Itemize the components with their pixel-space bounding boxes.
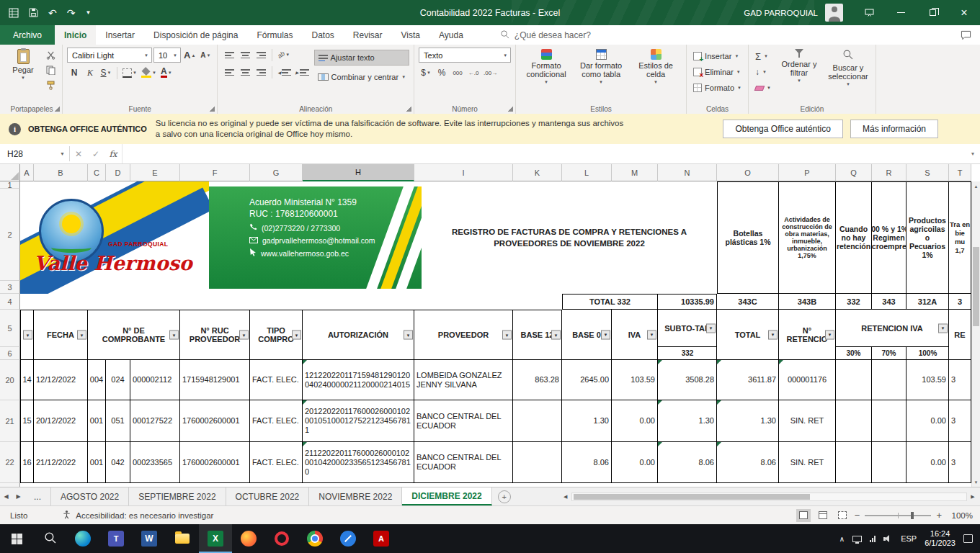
- cell-O21[interactable]: 1.30: [717, 400, 779, 442]
- qat-customize-icon[interactable]: ▼: [85, 9, 91, 16]
- zoom-in-icon[interactable]: +: [936, 510, 942, 521]
- cell-F21[interactable]: 1760002600001: [180, 400, 250, 442]
- column-header-N[interactable]: N: [658, 164, 717, 181]
- formula-input[interactable]: [122, 144, 966, 163]
- cell-K22[interactable]: [513, 442, 562, 483]
- filter-icon[interactable]: ▼: [601, 330, 610, 339]
- row-header-2[interactable]: 2: [0, 189, 20, 281]
- vertical-scrollbar[interactable]: ▲ ▼: [971, 181, 980, 487]
- filter-icon[interactable]: ▼: [551, 331, 561, 340]
- insert-cells-button[interactable]: Insertar▼: [691, 49, 744, 63]
- taskbar-app-teams[interactable]: T: [99, 524, 133, 553]
- avatar[interactable]: [825, 4, 843, 22]
- percent-style-icon[interactable]: %: [435, 66, 449, 80]
- cell-B21[interactable]: 20/12/2022: [34, 400, 88, 442]
- cell-I21[interactable]: BANCO CENTRAL DEL ECUADOR: [414, 400, 513, 442]
- font-name-select[interactable]: Calibri Light▼: [67, 48, 152, 63]
- column-header-O[interactable]: O: [717, 164, 779, 181]
- cell-S21[interactable]: 0.00: [906, 400, 949, 442]
- filter-icon[interactable]: ▼: [938, 323, 948, 333]
- tab-revisar[interactable]: Revisar: [344, 25, 392, 45]
- number-format-select[interactable]: Texto▼: [419, 48, 511, 63]
- table-header-n-ruc-proveedor[interactable]: N° RUC PROVEEDOR▼: [180, 310, 250, 360]
- sub-header-70[interactable]: 70%: [872, 347, 906, 359]
- cell-code-6[interactable]: 3: [949, 294, 971, 310]
- tab-datos[interactable]: Datos: [302, 25, 343, 45]
- taskbar-app-excel[interactable]: X: [199, 524, 232, 553]
- cell-N22[interactable]: 8.06: [658, 442, 717, 483]
- cell-E20[interactable]: 000002112: [130, 360, 180, 400]
- clear-button[interactable]: ▼: [753, 81, 773, 95]
- tax-header-5[interactable]: Productos agricoilas o Pecuarios 1%: [906, 181, 949, 294]
- column-header-B[interactable]: B: [34, 164, 88, 181]
- column-header-C[interactable]: C: [88, 164, 106, 181]
- font-color-icon[interactable]: A▼: [159, 66, 174, 80]
- copy-icon[interactable]: [43, 63, 58, 77]
- hscroll-thumb[interactable]: [574, 494, 810, 500]
- zoom-level[interactable]: 100%: [947, 511, 973, 520]
- name-box[interactable]: H28▼: [0, 144, 69, 163]
- row-header-4[interactable]: 4: [0, 294, 20, 310]
- tax-header-1[interactable]: Botellas plásticas 1%: [717, 181, 779, 294]
- cell-K20[interactable]: 863.28: [513, 360, 562, 400]
- clock[interactable]: 16:24 6/1/2023: [925, 529, 956, 548]
- cell-L21[interactable]: 1.30: [562, 400, 612, 442]
- sub-header-100[interactable]: 100%: [906, 347, 949, 359]
- tell-me-search[interactable]: ¿Qué desea hacer?: [500, 25, 591, 45]
- sheet-nav-right-icon[interactable]: ▶: [12, 487, 24, 505]
- cell-styles-button[interactable]: Estilos de celda▼: [630, 48, 682, 103]
- cell-P21[interactable]: SIN. RET: [779, 400, 836, 442]
- wrap-text-button[interactable]: Ajustar texto: [314, 50, 410, 66]
- undo-icon[interactable]: ↶: [48, 7, 57, 19]
- format-as-table-button[interactable]: Dar formato como tabla▼: [575, 48, 627, 103]
- cell-N20[interactable]: 3508.28: [658, 360, 717, 400]
- decrease-font-size-icon[interactable]: A▼: [198, 48, 213, 63]
- filter-icon[interactable]: ▼: [404, 331, 413, 340]
- volume-icon[interactable]: [883, 535, 893, 543]
- cell-E21[interactable]: 000127522: [130, 400, 180, 442]
- table-header-iva[interactable]: IVA▼: [612, 310, 658, 360]
- filter-icon[interactable]: ▼: [768, 330, 778, 339]
- cell-B20[interactable]: 12/12/2022: [34, 360, 88, 400]
- dialog-launcher-icon[interactable]: [406, 106, 411, 112]
- table-header-tipo-compro[interactable]: TIPO COMPRO▼: [250, 310, 303, 360]
- table-header-n-retencio[interactable]: N° RETENCIO▼: [779, 310, 836, 360]
- sub-header-332[interactable]: 332: [658, 347, 717, 359]
- cell-P22[interactable]: SIN. RET: [779, 442, 836, 483]
- cut-icon[interactable]: [43, 48, 58, 62]
- row-header-1[interactable]: 1: [0, 181, 20, 189]
- sheet-tab-overflow[interactable]: ...: [24, 487, 51, 505]
- cell-S22[interactable]: 0.00: [906, 442, 949, 483]
- column-header-H[interactable]: H: [303, 164, 414, 181]
- dialog-launcher-icon[interactable]: [54, 106, 60, 112]
- tray-expand-icon[interactable]: ∧: [839, 535, 845, 543]
- expand-formula-bar-icon[interactable]: ▼: [966, 144, 980, 163]
- start-button[interactable]: [0, 524, 33, 553]
- italic-button[interactable]: K: [83, 66, 97, 80]
- action-center-icon[interactable]: [963, 534, 973, 543]
- bold-button[interactable]: N: [67, 66, 81, 80]
- sheet-tab-octubre-2022[interactable]: OCTUBRE 2022: [226, 487, 310, 505]
- dialog-launcher-icon[interactable]: [507, 106, 513, 112]
- cell-M20[interactable]: 103.59: [612, 360, 658, 400]
- column-header-Q[interactable]: Q: [836, 164, 872, 181]
- scroll-down-icon[interactable]: ▼: [972, 477, 980, 487]
- table-header-a[interactable]: ▼: [20, 310, 34, 360]
- dialog-launcher-icon[interactable]: [209, 106, 215, 112]
- restore-button[interactable]: [917, 0, 948, 25]
- increase-font-size-icon[interactable]: A▲: [182, 48, 197, 63]
- increase-indent-icon[interactable]: ▶: [294, 65, 311, 79]
- get-office-button[interactable]: Obtenga Office auténtico: [723, 120, 843, 138]
- align-bottom-icon[interactable]: [254, 48, 268, 62]
- cell-D20[interactable]: 024: [106, 360, 130, 400]
- format-painter-icon[interactable]: [43, 78, 58, 92]
- align-right-icon[interactable]: [254, 65, 268, 79]
- taskbar-app-opera[interactable]: [265, 524, 298, 553]
- close-button[interactable]: ×: [948, 0, 980, 25]
- scrollbar-thumb[interactable]: [973, 247, 979, 326]
- cell-total-label[interactable]: TOTAL 332: [562, 294, 658, 310]
- more-info-button[interactable]: Más información: [850, 120, 938, 138]
- table-header-re[interactable]: RE: [949, 310, 971, 360]
- cell-code-2[interactable]: 343B: [779, 294, 836, 310]
- cell-code-1[interactable]: 343C: [717, 294, 779, 310]
